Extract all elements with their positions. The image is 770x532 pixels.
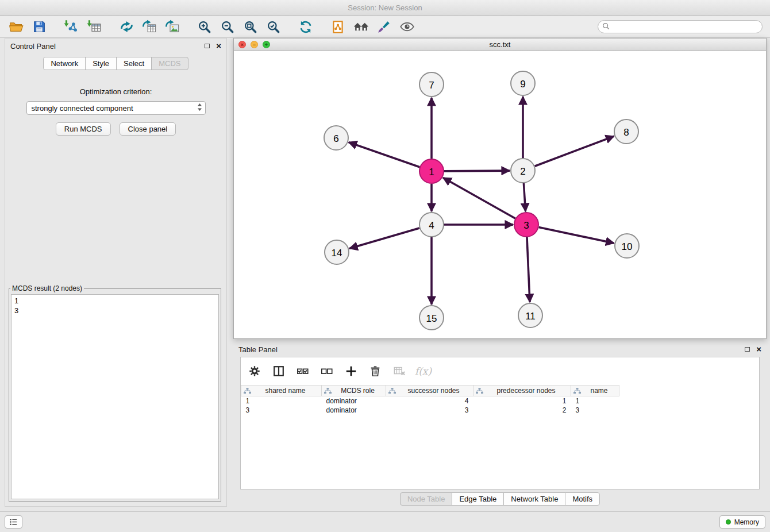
close-table-panel-icon[interactable]: × — [756, 345, 761, 353]
graph-edge-4-14[interactable] — [349, 228, 419, 249]
svg-text:15: 15 — [426, 313, 437, 324]
column-header-successor-nodes[interactable]: successor nodes — [386, 385, 473, 396]
search-field[interactable] — [598, 20, 763, 33]
graph-node-3[interactable]: 3 — [514, 213, 538, 237]
memory-button[interactable]: Memory — [719, 515, 765, 529]
table-cell[interactable]: dominator — [322, 396, 386, 406]
close-window-icon[interactable]: × — [238, 41, 246, 48]
open-file-icon[interactable] — [5, 17, 28, 37]
clear-selection-icon[interactable] — [319, 364, 334, 379]
graph-edge-3-10[interactable] — [539, 228, 614, 244]
toolbar-group-5 — [294, 17, 317, 37]
save-session-icon[interactable] — [28, 17, 51, 37]
column-tree-icon — [388, 388, 396, 396]
zoom-in-icon[interactable] — [193, 17, 216, 37]
svg-text:14: 14 — [332, 248, 342, 259]
first-neighbors-icon[interactable] — [326, 17, 349, 37]
graph-node-7[interactable]: 7 — [419, 72, 444, 97]
close-panel-icon[interactable]: × — [216, 42, 221, 50]
table-tab-motifs[interactable]: Motifs — [565, 492, 600, 506]
tab-style[interactable]: Style — [85, 57, 117, 70]
table-tab-edge-table[interactable]: Edge Table — [452, 492, 504, 506]
dropdown-value: strongly connected component — [32, 104, 197, 113]
run-mcds-button[interactable]: Run MCDS — [56, 122, 111, 136]
graph-node-1[interactable]: 1 — [419, 159, 444, 183]
table-cell[interactable]: 2 — [473, 406, 571, 415]
tab-network[interactable]: Network — [43, 57, 86, 70]
table-cell[interactable]: 3 — [386, 406, 473, 415]
graph-edge-3-1[interactable] — [443, 178, 515, 218]
graph-node-4[interactable]: 4 — [419, 213, 444, 237]
table-cell[interactable]: 1 — [571, 396, 619, 406]
export-image-icon[interactable] — [161, 17, 184, 37]
optimization-dropdown[interactable]: strongly connected component — [26, 101, 206, 115]
search-input[interactable] — [612, 22, 758, 31]
function-icon[interactable]: f(x) — [415, 364, 431, 379]
column-label: MCDS role — [341, 387, 375, 395]
graphics-details-icon[interactable] — [372, 17, 395, 37]
panel-list-button[interactable] — [5, 515, 22, 529]
table-tab-node-table[interactable]: Node Table — [400, 492, 453, 506]
graph-node-10[interactable]: 10 — [615, 234, 639, 258]
table-toolbar: f(x) — [241, 357, 759, 385]
table-row[interactable]: 3dominator323 — [241, 406, 760, 415]
eye-icon[interactable] — [395, 17, 418, 37]
window-controls: × − + — [238, 41, 270, 48]
gear-icon[interactable] — [247, 364, 262, 379]
zoom-out-icon[interactable] — [216, 17, 239, 37]
table-cell[interactable]: 3 — [241, 406, 322, 415]
export-table-icon[interactable] — [138, 17, 161, 37]
houses-icon[interactable] — [349, 17, 372, 37]
close-panel-button[interactable]: Close panel — [120, 122, 176, 136]
graph-node-8[interactable]: 8 — [614, 119, 638, 144]
columns-icon[interactable] — [271, 364, 286, 379]
refresh-icon[interactable] — [294, 17, 317, 37]
graph-edge-3-11[interactable] — [527, 237, 530, 302]
svg-text:2: 2 — [520, 166, 525, 177]
float-panel-icon[interactable] — [205, 44, 210, 48]
table-cell[interactable]: 3 — [571, 406, 619, 415]
column-header-MCDS-role[interactable]: MCDS role — [322, 385, 386, 396]
add-row-icon[interactable] — [343, 364, 359, 379]
graph-node-11[interactable]: 11 — [518, 303, 542, 327]
svg-text:6: 6 — [333, 133, 338, 144]
graph-edge-1-2[interactable] — [444, 171, 510, 171]
float-table-panel-icon[interactable] — [745, 347, 750, 352]
network-window-titlebar: × − + scc.txt — [234, 38, 766, 51]
column-header-name[interactable]: name — [571, 385, 619, 396]
zoom-selected-icon[interactable] — [262, 17, 285, 37]
list-icon — [9, 517, 18, 527]
graph-node-2[interactable]: 2 — [511, 159, 535, 183]
graph-edge-2-8[interactable] — [535, 136, 614, 166]
graph-node-15[interactable]: 15 — [419, 306, 444, 330]
select-all-icon[interactable] — [295, 364, 310, 379]
table-cell[interactable]: 4 — [386, 396, 473, 406]
export-network-icon[interactable] — [115, 17, 138, 37]
graph-node-6[interactable]: 6 — [324, 126, 348, 150]
tab-select[interactable]: Select — [116, 57, 152, 70]
table-cell[interactable]: 1 — [473, 396, 571, 406]
cell-filler — [619, 406, 760, 415]
column-header-shared-name[interactable]: shared name — [241, 385, 322, 396]
graph-edge-2-3[interactable] — [523, 183, 525, 211]
table-row[interactable]: 1dominator411 — [241, 396, 760, 406]
tab-mcds[interactable]: MCDS — [151, 57, 188, 70]
zoom-fit-icon[interactable] — [239, 17, 262, 37]
column-label: name — [590, 387, 607, 395]
table-cell[interactable]: 1 — [241, 396, 322, 406]
graph-edge-1-6[interactable] — [349, 142, 420, 167]
graph-node-9[interactable]: 9 — [511, 71, 535, 95]
delete-row-icon[interactable] — [367, 364, 383, 379]
column-header-predecessor-nodes[interactable]: predecessor nodes — [473, 385, 571, 396]
import-network-icon[interactable] — [60, 17, 83, 37]
import-table-icon[interactable] — [83, 17, 106, 37]
graph-node-14[interactable]: 14 — [325, 240, 349, 264]
delete-table-icon[interactable] — [391, 364, 407, 379]
zoom-window-icon[interactable]: + — [263, 41, 270, 48]
svg-text:9: 9 — [520, 79, 525, 90]
table-tab-network-table[interactable]: Network Table — [503, 492, 565, 506]
minimize-window-icon[interactable]: − — [251, 41, 258, 48]
network-canvas[interactable]: 7968124314101511 — [234, 51, 766, 338]
table-cell[interactable]: dominator — [322, 406, 386, 415]
mcds-result-title: MCDS result (2 nodes) — [10, 284, 84, 292]
